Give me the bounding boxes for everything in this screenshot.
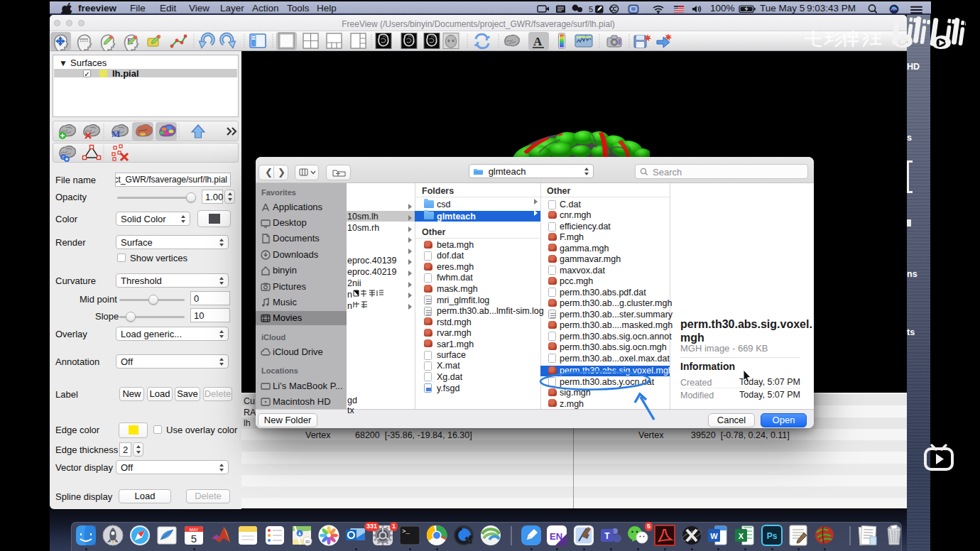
svg-text:MAY: MAY xyxy=(190,528,199,532)
svg-text:X: X xyxy=(739,532,744,540)
svg-text:>_: >_ xyxy=(402,528,410,535)
svg-text:3D: 3D xyxy=(305,540,310,544)
svg-text:EN: EN xyxy=(550,531,562,542)
svg-text:W: W xyxy=(710,532,718,540)
svg-text:A: A xyxy=(533,35,543,48)
svg-text:5: 5 xyxy=(191,533,197,545)
svg-text:Ps: Ps xyxy=(767,531,778,541)
svg-text:T: T xyxy=(604,531,610,541)
svg-text:5: 5 xyxy=(589,5,593,13)
svg-text:M: M xyxy=(111,129,120,139)
